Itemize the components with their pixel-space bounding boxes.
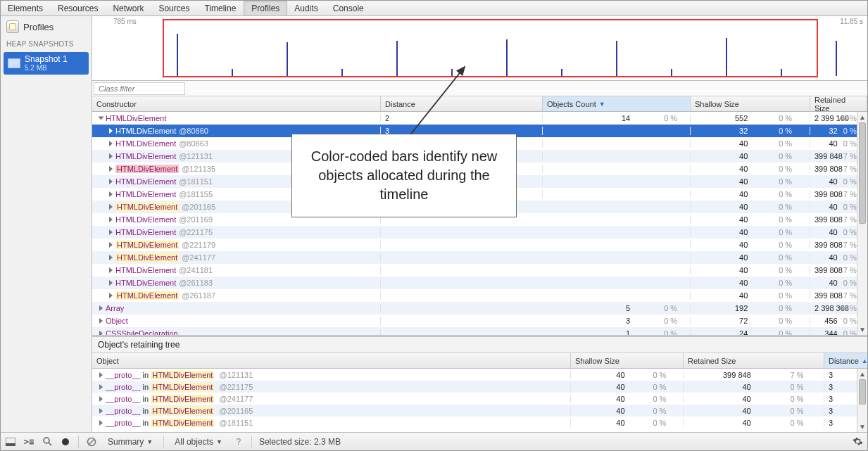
clear-icon[interactable] bbox=[86, 436, 97, 447]
svg-line-3 bbox=[49, 443, 51, 445]
sidebar-title-row: Profiles bbox=[1, 16, 92, 37]
expand-icon[interactable] bbox=[109, 280, 113, 286]
table-row[interactable]: __proto__ in HTMLDivElement @181151400 %… bbox=[92, 417, 867, 428]
table-row[interactable]: CSSStyleDeclaration10 %240 %3440 % bbox=[92, 327, 867, 335]
retaining-tree-title: Object's retaining tree bbox=[92, 337, 867, 353]
dock-icon[interactable] bbox=[5, 436, 16, 447]
expand-icon[interactable] bbox=[99, 117, 104, 120]
table-row[interactable]: __proto__ in HTMLDivElement @241177400 %… bbox=[92, 393, 867, 405]
rcol-distance[interactable]: Distance▲ bbox=[824, 353, 868, 368]
tab-elements[interactable]: Elements bbox=[1, 1, 51, 15]
table-row[interactable]: HTMLDivElement2140 %5520 %2 399 16044 % bbox=[92, 112, 867, 125]
expand-icon[interactable] bbox=[99, 396, 103, 402]
selected-size-label: Selected size: 2.3 MB bbox=[259, 437, 341, 447]
help-icon[interactable]: ? bbox=[233, 436, 244, 447]
expand-icon[interactable] bbox=[99, 305, 103, 311]
tab-console[interactable]: Console bbox=[326, 1, 372, 15]
col-shallow-size[interactable]: Shallow Size bbox=[691, 96, 810, 111]
expand-icon[interactable] bbox=[99, 331, 103, 335]
table-row[interactable]: Object30 %720 %4560 % bbox=[92, 315, 867, 327]
expand-icon[interactable] bbox=[109, 191, 113, 197]
expand-icon[interactable] bbox=[99, 372, 103, 378]
svg-line-6 bbox=[89, 439, 94, 445]
col-distance[interactable]: Distance bbox=[381, 96, 543, 111]
grid-scrollbar[interactable]: ▲ ▼ bbox=[857, 112, 867, 335]
rcol-retained[interactable]: Retained Size bbox=[684, 353, 824, 368]
table-row[interactable]: __proto__ in HTMLDivElement @121131400 %… bbox=[92, 369, 867, 381]
time-start-label: 785 ms bbox=[113, 18, 137, 25]
expand-icon[interactable] bbox=[109, 141, 113, 146]
col-constructor[interactable]: Constructor bbox=[92, 96, 381, 111]
console-icon[interactable]: >≡ bbox=[23, 436, 34, 447]
scroll-down-icon[interactable]: ▼ bbox=[857, 324, 867, 335]
sort-desc-icon: ▼ bbox=[599, 101, 605, 108]
table-row[interactable]: HTMLDivElement@261187400 %399 8087 % bbox=[92, 289, 867, 302]
expand-icon[interactable] bbox=[109, 267, 113, 273]
all-objects-select[interactable]: All objects▼ bbox=[171, 435, 226, 449]
scroll-down-icon[interactable]: ▼ bbox=[857, 421, 867, 432]
profiles-sidebar: Profiles HEAP SNAPSHOTS Snapshot 1 5.2 M… bbox=[1, 16, 92, 432]
snapshot-size: 5.2 MB bbox=[25, 64, 68, 72]
gear-icon[interactable] bbox=[852, 436, 863, 447]
devtools-tabs: ElementsResourcesNetworkSourcesTimelineP… bbox=[1, 1, 867, 16]
timeline-bars bbox=[92, 29, 867, 76]
tab-resources[interactable]: Resources bbox=[51, 1, 106, 15]
expand-icon[interactable] bbox=[99, 420, 103, 426]
summary-select[interactable]: Summary▼ bbox=[104, 435, 156, 449]
tab-network[interactable]: Network bbox=[106, 1, 151, 15]
col-retained-size[interactable]: Retained Size bbox=[810, 96, 867, 111]
status-bar: >≡ Summary▼ All objects▼ ? Selected size… bbox=[1, 432, 867, 450]
time-end-label: 11.85 s bbox=[840, 18, 863, 25]
col-objects-count[interactable]: Objects Count▼ bbox=[543, 96, 691, 111]
table-row[interactable]: HTMLDivElement@261183400 %400 % bbox=[92, 277, 867, 289]
snapshot-item[interactable]: Snapshot 1 5.2 MB bbox=[4, 52, 89, 75]
retaining-grid: __proto__ in HTMLDivElement @121131400 %… bbox=[92, 369, 867, 432]
profile-icon bbox=[6, 20, 19, 33]
expand-icon[interactable] bbox=[109, 255, 113, 260]
class-filter-input[interactable] bbox=[94, 82, 185, 95]
class-filter-row bbox=[92, 81, 867, 96]
scroll-up-icon[interactable]: ▲ bbox=[857, 112, 867, 122]
tab-sources[interactable]: Sources bbox=[151, 1, 197, 15]
heap-snapshots-label: HEAP SNAPSHOTS bbox=[1, 37, 92, 51]
tab-audits[interactable]: Audits bbox=[287, 1, 325, 15]
table-row[interactable]: HTMLDivElement@221175400 %400 % bbox=[92, 226, 867, 239]
expand-icon[interactable] bbox=[99, 384, 103, 390]
table-row[interactable]: __proto__ in HTMLDivElement @221175400 %… bbox=[92, 381, 867, 393]
retaining-grid-header: Object Shallow Size Retained Size Distan… bbox=[92, 353, 867, 369]
table-row[interactable]: HTMLDivElement@241181400 %399 8087 % bbox=[92, 264, 867, 277]
sidebar-title: Profiles bbox=[23, 22, 54, 32]
rcol-object[interactable]: Object bbox=[92, 353, 571, 368]
tab-timeline[interactable]: Timeline bbox=[197, 1, 244, 15]
expand-icon[interactable] bbox=[109, 242, 113, 248]
svg-point-2 bbox=[44, 438, 49, 443]
table-row[interactable]: HTMLDivElement@241177400 %400 % bbox=[92, 251, 867, 264]
search-icon[interactable] bbox=[42, 436, 53, 447]
expand-icon[interactable] bbox=[109, 153, 113, 159]
content-area: 785 ms 11.85 s Constructor Distance Obje… bbox=[92, 16, 867, 432]
expand-icon[interactable] bbox=[109, 166, 113, 172]
table-row[interactable]: Array50 %1920 %2 398 36844 % bbox=[92, 302, 867, 315]
scroll-up-icon[interactable]: ▲ bbox=[857, 369, 867, 379]
expand-icon[interactable] bbox=[109, 179, 113, 184]
tab-profiles[interactable]: Profiles bbox=[244, 1, 287, 15]
svg-rect-1 bbox=[6, 443, 15, 446]
table-row[interactable]: HTMLDivElement@221179400 %399 8087 % bbox=[92, 239, 867, 251]
expand-icon[interactable] bbox=[109, 204, 113, 210]
annotation-callout: Color-coded bars identify new objects al… bbox=[291, 134, 517, 217]
expand-icon[interactable] bbox=[109, 293, 113, 298]
grid-header: Constructor Distance Objects Count▼ Shal… bbox=[92, 96, 867, 112]
sort-asc-icon: ▲ bbox=[862, 357, 868, 364]
expand-icon[interactable] bbox=[99, 318, 103, 324]
expand-icon[interactable] bbox=[99, 408, 103, 414]
svg-point-4 bbox=[62, 438, 69, 445]
table-row[interactable]: __proto__ in HTMLDivElement @201165400 %… bbox=[92, 405, 867, 417]
expand-icon[interactable] bbox=[109, 128, 113, 134]
expand-icon[interactable] bbox=[109, 217, 113, 222]
record-icon[interactable] bbox=[60, 436, 71, 447]
expand-icon[interactable] bbox=[109, 229, 113, 235]
rcol-shallow[interactable]: Shallow Size bbox=[571, 353, 684, 368]
allocation-timeline[interactable]: 785 ms 11.85 s bbox=[92, 16, 867, 81]
snapshot-thumb-icon bbox=[8, 58, 20, 68]
retaining-scrollbar[interactable]: ▲ ▼ bbox=[857, 369, 867, 432]
